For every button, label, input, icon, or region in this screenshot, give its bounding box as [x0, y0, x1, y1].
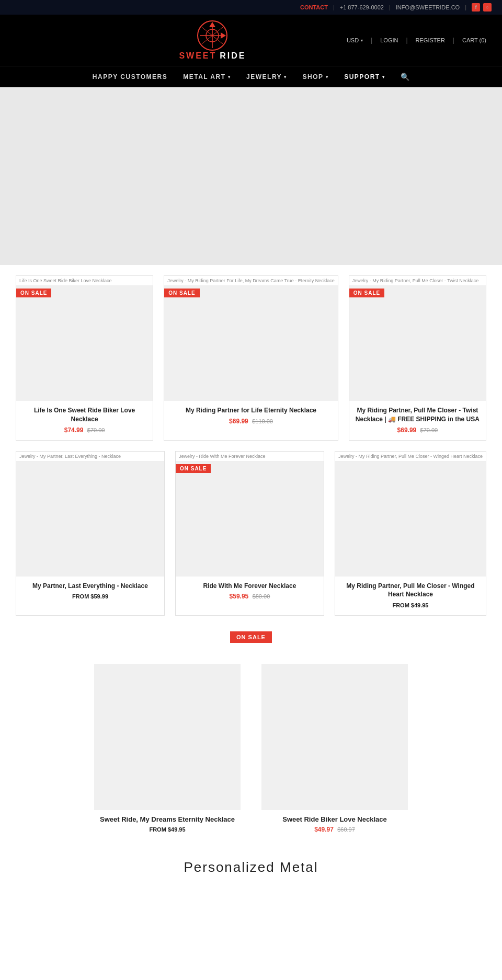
- svg-marker-5: [221, 32, 226, 39]
- on-sale-badge: ON SALE: [349, 289, 384, 297]
- phone-number: +1 877-629-0002: [340, 4, 384, 10]
- product-breadcrumb: Jewelry - My Riding Partner, Pull Me Clo…: [335, 452, 486, 462]
- product-image: [349, 286, 486, 401]
- product-price: FROM $49.95: [94, 826, 241, 833]
- logo-text: SWEET RIDE: [179, 51, 246, 61]
- price-sale: $49.97: [314, 826, 334, 833]
- product-grid-row2: Jewelry - My Partner, Last Everything - …: [16, 451, 486, 616]
- price-original: $110.00: [252, 418, 273, 424]
- product-info: My Riding Partner for Life Eternity Neck…: [164, 401, 338, 431]
- product-image: [16, 286, 153, 401]
- svg-marker-4: [209, 22, 215, 27]
- chevron-down-icon: ▾: [326, 75, 329, 79]
- logo-image: [197, 20, 228, 51]
- search-icon[interactable]: 🔍: [401, 73, 409, 81]
- price-sale: $59.95: [230, 593, 249, 600]
- instagram-icon[interactable]: ○: [483, 3, 492, 11]
- product-title: Sweet Ride, My Dreams Eternity Necklace: [94, 815, 241, 823]
- price-original: $70.00: [87, 427, 105, 433]
- product-price: FROM $49.95: [339, 602, 482, 609]
- product-price: FROM $59.99: [20, 593, 160, 600]
- product-price: $69.99 $70.00: [353, 426, 482, 434]
- price-original: $60.97: [337, 826, 355, 833]
- product-title: Sweet Ride Biker Love Necklace: [261, 815, 408, 823]
- product-card[interactable]: Sweet Ride, My Dreams Eternity Necklace …: [94, 664, 241, 833]
- chevron-down-icon: ▾: [284, 75, 287, 79]
- product-title: My Riding Partner, Pull Me Closer - Wing…: [339, 582, 482, 599]
- price-original: $70.00: [420, 427, 438, 433]
- product-info: My Riding Partner, Pull Me Closer - Wing…: [335, 577, 486, 616]
- product-breadcrumb: Jewelry - My Riding Partner, Pull Me Clo…: [349, 276, 486, 286]
- sep-h3: |: [453, 37, 454, 44]
- product-image: [94, 664, 241, 810]
- top-bar: CONTACT | +1 877-629-0002 | INFO@SWEETRI…: [0, 0, 502, 15]
- product-title: My Riding Partner, Pull Me Closer - Twis…: [353, 406, 482, 424]
- product-breadcrumb: Life Is One Sweet Ride Biker Love Neckla…: [16, 276, 153, 286]
- product-breadcrumb: Jewelry - Ride With Me Forever Necklace: [176, 452, 324, 462]
- nav-happy-customers[interactable]: HAPPY CUSTOMERS: [93, 73, 167, 80]
- product-card[interactable]: Sweet Ride Biker Love Necklace $49.97 $6…: [261, 664, 408, 833]
- product-image: [164, 286, 338, 401]
- logo[interactable]: SWEET RIDE: [179, 20, 246, 61]
- chevron-down-icon: ▾: [382, 75, 385, 79]
- nav-metal-art[interactable]: METAL ART ▾: [183, 73, 231, 80]
- currency-selector[interactable]: USD ▾: [347, 37, 363, 43]
- contact-link[interactable]: CONTACT: [300, 4, 328, 10]
- social-icons: f ○: [472, 3, 492, 11]
- product-card[interactable]: Jewelry - My Riding Partner, Pull Me Clo…: [335, 451, 486, 616]
- product-image: [335, 462, 486, 577]
- product-price: $69.99 $110.00: [168, 418, 334, 425]
- price-sale: $69.99: [229, 418, 248, 425]
- product-image: [261, 664, 408, 810]
- product-card[interactable]: Jewelry - My Riding Partner, Pull Me Clo…: [349, 275, 486, 441]
- login-link[interactable]: LOGIN: [380, 37, 398, 43]
- header-right: USD ▾ | LOGIN | REGISTER | CART (0): [347, 37, 486, 44]
- facebook-icon[interactable]: f: [472, 3, 480, 11]
- register-link[interactable]: REGISTER: [416, 37, 445, 43]
- on-sale-row: ON SALE: [16, 626, 486, 648]
- header: SWEET RIDE USD ▾ | LOGIN | REGISTER | CA…: [0, 15, 502, 66]
- nav-jewelry[interactable]: JEWELRY ▾: [246, 73, 287, 80]
- products-section: Life Is One Sweet Ride Biker Love Neckla…: [0, 265, 502, 659]
- product-info: My Partner, Last Everything - Necklace F…: [16, 577, 164, 607]
- on-sale-standalone-badge[interactable]: ON SALE: [230, 631, 272, 643]
- product-breadcrumb: Jewelry - My Riding Partner For Life, My…: [164, 276, 338, 286]
- price-from: FROM $49.95: [149, 826, 185, 833]
- product-card[interactable]: Jewelry - Ride With Me Forever Necklace …: [175, 451, 324, 616]
- nav-shop[interactable]: SHOP ▾: [303, 73, 329, 80]
- sep3: |: [465, 4, 466, 10]
- product-card[interactable]: Jewelry - My Riding Partner For Life, My…: [164, 275, 338, 441]
- price-from: FROM $49.95: [392, 602, 428, 608]
- product-card[interactable]: Jewelry - My Partner, Last Everything - …: [16, 451, 165, 616]
- product-price: $59.95 $80.00: [180, 593, 320, 600]
- big-product-row: Sweet Ride, My Dreams Eternity Necklace …: [0, 659, 502, 844]
- product-breadcrumb: Jewelry - My Partner, Last Everything - …: [16, 452, 164, 462]
- price-sale: $69.99: [397, 426, 417, 434]
- sep-h2: |: [406, 37, 407, 44]
- product-grid-row1: Life Is One Sweet Ride Biker Love Neckla…: [16, 275, 486, 441]
- chevron-down-icon: ▾: [228, 75, 231, 79]
- sep2: |: [389, 4, 391, 10]
- on-sale-badge: ON SALE: [176, 464, 211, 473]
- product-info: My Riding Partner, Pull Me Closer - Twis…: [349, 401, 486, 440]
- on-sale-badge: ON SALE: [164, 289, 199, 297]
- product-title: Ride With Me Forever Necklace: [180, 582, 320, 591]
- product-title: My Partner, Last Everything - Necklace: [20, 582, 160, 591]
- email-address: INFO@SWEETRIDE.CO: [396, 4, 460, 10]
- price-sale: $74.99: [64, 426, 84, 434]
- hero-banner: [0, 87, 502, 265]
- product-price: $74.99 $70.00: [20, 426, 149, 434]
- main-nav: HAPPY CUSTOMERS METAL ART ▾ JEWELRY ▾ SH…: [0, 66, 502, 87]
- product-image: [176, 462, 324, 577]
- price-original: $80.00: [253, 593, 270, 599]
- price-from: FROM $59.99: [72, 593, 108, 599]
- personalized-section: Personalized Metal: [0, 844, 502, 886]
- product-price: $49.97 $60.97: [261, 826, 408, 833]
- sep-h1: |: [371, 37, 372, 44]
- product-card[interactable]: Life Is One Sweet Ride Biker Love Neckla…: [16, 275, 153, 441]
- nav-support[interactable]: SUPPORT ▾: [344, 73, 385, 80]
- product-title: Life Is One Sweet Ride Biker Love Neckla…: [20, 406, 149, 424]
- personalized-title: Personalized Metal: [16, 859, 486, 875]
- cart-link[interactable]: CART (0): [462, 37, 486, 43]
- product-info: Ride With Me Forever Necklace $59.95 $80…: [176, 577, 324, 607]
